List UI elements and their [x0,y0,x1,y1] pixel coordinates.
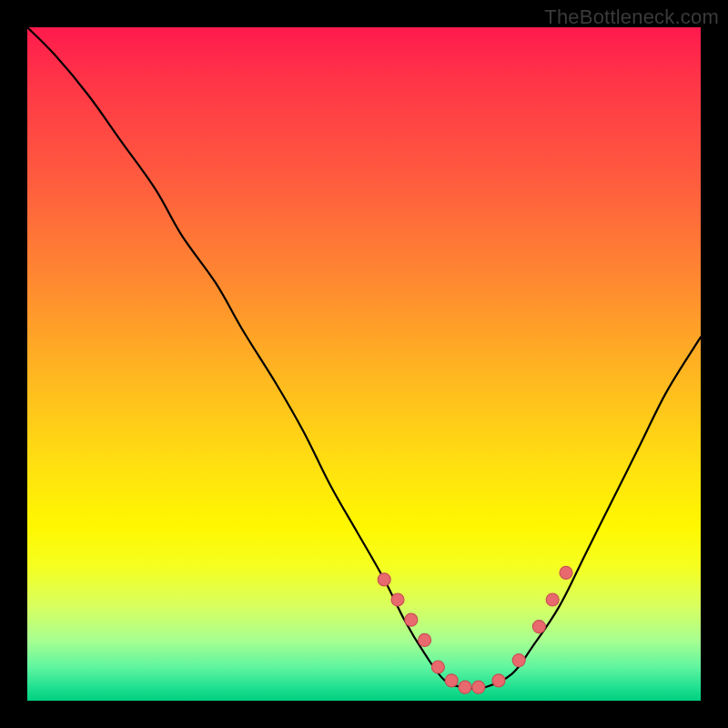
highlight-dot [445,674,458,687]
highlight-dot [546,593,559,606]
bottleneck-curve [27,27,701,689]
watermark-text: TheBottleneck.com [544,5,719,29]
chart-svg [27,27,701,701]
highlight-dot [431,661,444,673]
highlight-dot [532,621,545,633]
highlight-dot [419,633,431,646]
highlight-dot [391,593,404,606]
highlight-dot [492,674,505,687]
near-optimal-dots [378,566,572,693]
highlight-dot [560,566,572,579]
highlight-dot [405,613,418,626]
highlight-dot [378,573,390,586]
highlight-dot [459,681,471,693]
highlight-dot [472,681,485,693]
highlight-dot [512,654,525,667]
